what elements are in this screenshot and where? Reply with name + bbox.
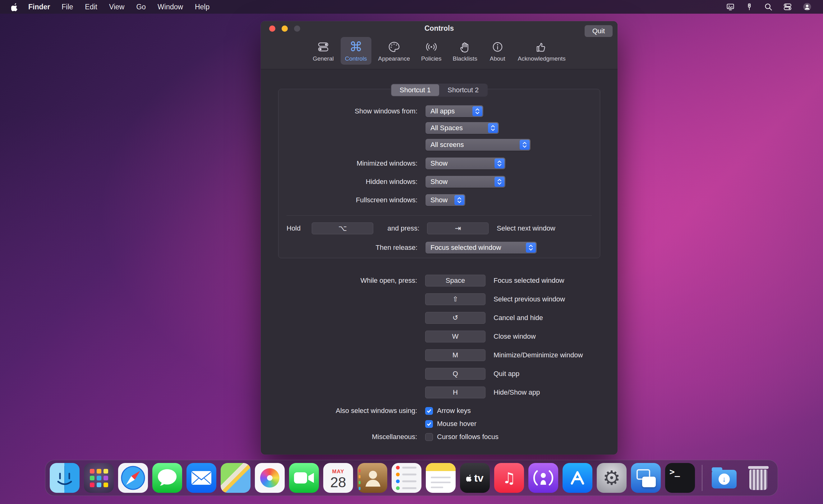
toolbar-tab-acknowledgments[interactable]: Acknowledgments	[513, 37, 570, 65]
toolbar-tab-policies[interactable]: Policies	[417, 37, 446, 65]
calendar-day: 28	[330, 475, 346, 490]
shortcut-desc: Minimize/Deminimize window	[494, 351, 583, 359]
dock-notes-icon[interactable]	[426, 463, 456, 493]
shortcut-desc: Close window	[494, 332, 536, 341]
apple-menu[interactable]	[11, 3, 18, 11]
hand-icon	[459, 40, 471, 54]
shortcut-desc: Hide/Show app	[494, 388, 540, 396]
dock-podcasts-icon[interactable]	[528, 463, 558, 493]
spotlight-icon[interactable]	[764, 2, 773, 11]
shortcut-settings-box: Show windows from: All apps All Spaces A…	[278, 89, 600, 258]
toolbar-tab-blacklists[interactable]: Blacklists	[448, 37, 481, 65]
active-app-name[interactable]: Finder	[28, 3, 50, 11]
q-key-button[interactable]: Q	[425, 368, 485, 380]
dock-launchpad-icon[interactable]	[84, 463, 114, 493]
toolbar-tab-controls[interactable]: ⌘ Controls	[341, 37, 371, 65]
divider	[287, 215, 592, 216]
cursor-follows-focus-label: Cursor follows focus	[437, 433, 499, 441]
dock-alttab-icon[interactable]	[631, 463, 661, 493]
dock-trash-icon[interactable]	[744, 463, 773, 493]
menu-view[interactable]: View	[109, 3, 124, 11]
user-icon[interactable]	[803, 2, 812, 11]
spaces-dropdown[interactable]: All Spaces	[426, 122, 499, 134]
dock-app-store-icon[interactable]	[562, 463, 593, 493]
command-icon: ⌘	[349, 40, 362, 54]
toolbar-tab-appearance[interactable]: Appearance	[374, 37, 414, 65]
then-release-dropdown[interactable]: Focus selected window	[426, 242, 537, 254]
dock-terminal-icon[interactable]: >_	[665, 463, 695, 493]
fullscreen-dropdown-value: Show	[431, 196, 448, 204]
toolbar-label: Appearance	[378, 55, 410, 62]
tab-shortcut-2[interactable]: Shortcut 2	[439, 84, 487, 96]
toolbar-tab-about[interactable]: About	[484, 37, 511, 65]
dock-messages-icon[interactable]	[152, 463, 182, 493]
quit-button[interactable]: Quit	[585, 25, 613, 37]
menu-window[interactable]: Window	[158, 3, 183, 11]
apps-dropdown[interactable]: All apps	[426, 105, 483, 117]
dock-facetime-icon[interactable]	[289, 463, 319, 493]
escape-key-button[interactable]: ↺	[425, 312, 485, 324]
stepper-icon	[520, 140, 530, 150]
arrow-keys-checkbox[interactable]	[425, 407, 433, 415]
dock-downloads-icon[interactable]: ↓	[709, 463, 739, 493]
dock-calendar-icon[interactable]: MAY 28	[323, 463, 353, 493]
hidden-dropdown-value: Show	[431, 178, 448, 186]
toolbar-tab-general[interactable]: General	[308, 37, 338, 65]
dock-finder-icon[interactable]	[50, 463, 79, 493]
menu-help[interactable]: Help	[195, 3, 209, 11]
and-press-label: and press:	[380, 224, 419, 232]
dock-reminders-icon[interactable]	[391, 463, 422, 493]
also-select-label: Also select windows using:	[261, 407, 417, 415]
fullscreen-dropdown[interactable]: Show	[426, 194, 465, 206]
dongle-icon[interactable]	[745, 2, 754, 11]
music-note-glyph: ♫	[502, 469, 516, 487]
menu-file[interactable]: File	[61, 3, 73, 11]
screens-dropdown[interactable]: All screens	[426, 139, 530, 151]
toolbar-label: General	[313, 55, 334, 62]
dock-photos-icon[interactable]	[255, 463, 285, 493]
shift-key-button[interactable]: ⇧	[425, 293, 485, 305]
arrow-keys-label: Arrow keys	[437, 407, 471, 415]
dock-system-preferences-icon[interactable]: ⚙	[597, 463, 627, 493]
trash-body	[749, 470, 767, 490]
launchpad-grid	[90, 469, 108, 487]
hidden-dropdown[interactable]: Show	[426, 176, 505, 188]
h-key-button[interactable]: H	[425, 386, 485, 398]
stepper-icon	[454, 195, 464, 205]
hold-label: Hold	[287, 224, 301, 232]
dock-music-icon[interactable]: ♫	[494, 463, 524, 493]
trash-lid	[748, 466, 769, 469]
hold-key-recorder[interactable]: ⌥	[312, 222, 373, 234]
menu-go[interactable]: Go	[136, 3, 146, 11]
contacts-tabs	[359, 469, 360, 490]
space-key-button[interactable]: Space	[425, 275, 485, 287]
mouse-hover-checkbox[interactable]	[425, 420, 433, 428]
notes-line	[431, 477, 451, 478]
toolbar-label: Blacklists	[453, 55, 477, 62]
toggles-icon	[317, 40, 329, 54]
tab-shortcut-1[interactable]: Shortcut 1	[391, 84, 439, 96]
w-key-button[interactable]: W	[425, 331, 485, 342]
control-center-icon[interactable]	[783, 2, 792, 11]
m-key-button[interactable]: M	[425, 349, 485, 361]
dock-contacts-icon[interactable]	[357, 463, 387, 493]
display-icon[interactable]	[726, 2, 735, 11]
toolbar-label: Acknowledgments	[518, 55, 566, 62]
dock-apple-tv-icon[interactable]: tv	[460, 463, 490, 493]
photos-pinwheel	[260, 468, 280, 488]
menubar-status-area	[726, 2, 812, 11]
dock-divider	[702, 465, 702, 491]
stepper-icon	[494, 177, 504, 187]
cursor-follows-focus-checkbox[interactable]	[425, 433, 433, 441]
select-next-window-label: Select next window	[497, 224, 555, 232]
gear-glyph: ⚙	[603, 466, 620, 489]
controls-pane: Shortcut 1 Shortcut 2 Show windows from:…	[261, 69, 618, 441]
press-key-recorder[interactable]: ⇥	[427, 222, 489, 234]
dock-mail-icon[interactable]	[186, 463, 216, 493]
minimized-dropdown[interactable]: Show	[426, 158, 505, 169]
dock-maps-icon[interactable]	[221, 463, 251, 493]
calendar-month: MAY	[332, 469, 344, 475]
dock-safari-icon[interactable]	[118, 463, 148, 493]
menu-edit[interactable]: Edit	[85, 3, 97, 11]
minimized-windows-label: Minimized windows:	[279, 159, 418, 167]
